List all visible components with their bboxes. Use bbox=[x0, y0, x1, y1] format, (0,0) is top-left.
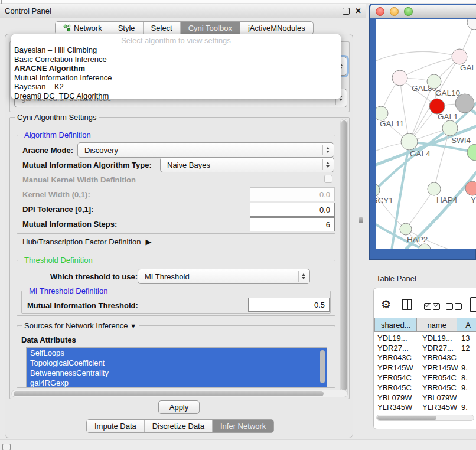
kernel-width-label: Kernel Width (0,1): bbox=[22, 190, 90, 199]
network-edge[interactable] bbox=[376, 51, 459, 64]
data-attributes-list[interactable]: SelfLoops TopologicalCoefficient Between… bbox=[26, 347, 327, 387]
settings-horizontal-scrollbar[interactable] bbox=[11, 390, 348, 397]
combo-stepper-icon[interactable] bbox=[322, 159, 332, 170]
attributes-list-scrollbar-thumb[interactable] bbox=[320, 350, 325, 383]
network-node[interactable] bbox=[376, 106, 388, 120]
popup-item[interactable]: Basic Correlation Inference bbox=[11, 55, 341, 64]
aracne-mode-combobox[interactable]: Discovery bbox=[77, 142, 334, 158]
network-edge[interactable] bbox=[406, 189, 434, 229]
tab-style[interactable]: Style bbox=[110, 22, 144, 34]
table-settings-gear-icon[interactable]: ⚙ bbox=[381, 298, 391, 311]
column-header-shared-name[interactable]: shared... bbox=[374, 318, 416, 332]
mi-threshold-field[interactable]: 0.5 bbox=[248, 298, 330, 312]
tab-cyni-toolbox[interactable]: Cyni Toolbox bbox=[181, 22, 240, 34]
tab-network[interactable]: Network bbox=[56, 22, 110, 34]
tab-impute-data[interactable]: Impute Data bbox=[87, 420, 145, 432]
tab-jactivemnodules[interactable]: jActiveMNodules bbox=[240, 22, 313, 34]
apply-button-label: Apply bbox=[169, 403, 189, 412]
tab-discretize-data[interactable]: Discretize Data bbox=[145, 420, 213, 432]
close-window-icon[interactable] bbox=[376, 7, 384, 16]
dpi-tolerance-field[interactable]: 0.0 bbox=[250, 203, 335, 217]
network-node-label: GAL bbox=[460, 63, 476, 72]
hub-definition-label: Hub/Transcription Factor Definition bbox=[22, 237, 141, 246]
network-node[interactable] bbox=[452, 49, 467, 64]
table-body[interactable]: YDL19...YDL19...13 YDR27...YDR27...12 YB… bbox=[374, 333, 476, 413]
network-node[interactable] bbox=[455, 94, 474, 113]
float-window-icon[interactable] bbox=[343, 8, 350, 15]
sources-title: Sources for Network Inference bbox=[24, 321, 128, 330]
control-panel-title: Control Panel bbox=[5, 6, 51, 15]
network-node[interactable] bbox=[401, 133, 418, 150]
table-row[interactable]: YIL052CYIL052C9 bbox=[374, 412, 476, 413]
export-table-icon[interactable] bbox=[470, 297, 476, 312]
attribute-item[interactable]: TopologicalCoefficient bbox=[27, 358, 327, 368]
popup-item[interactable]: Mutual Information Inference bbox=[11, 73, 341, 83]
table-row[interactable]: YBR045CYBR045C9. bbox=[374, 383, 476, 393]
popup-item[interactable]: Dream8 DC_TDC Algorithm bbox=[11, 92, 341, 101]
select-all-columns-icon[interactable] bbox=[424, 303, 440, 310]
table-row[interactable]: YER054CYER054C8. bbox=[374, 373, 476, 383]
table-row[interactable]: YBL079WYBL079W bbox=[374, 393, 476, 403]
network-node[interactable] bbox=[467, 144, 476, 161]
network-window-titlebar[interactable] bbox=[370, 5, 476, 18]
splitpane-grip-icon[interactable] bbox=[359, 217, 363, 223]
network-node[interactable] bbox=[392, 70, 407, 86]
network-edge[interactable] bbox=[400, 57, 459, 78]
table-row[interactable]: YDL19...YDL19...13 bbox=[374, 333, 476, 343]
apply-button[interactable]: Apply bbox=[158, 400, 200, 414]
settings-vertical-scrollbar-thumb[interactable] bbox=[341, 120, 347, 391]
network-node[interactable] bbox=[442, 120, 458, 136]
manual-kernel-width-checkbox[interactable] bbox=[324, 175, 332, 183]
tab-select[interactable]: Select bbox=[144, 22, 181, 34]
table-row[interactable]: YPR145WYPR145W9. bbox=[374, 363, 476, 373]
network-node[interactable] bbox=[419, 244, 431, 249]
table-row[interactable]: YDR27...YDR27...12 bbox=[374, 343, 476, 353]
minimize-window-icon[interactable] bbox=[390, 7, 399, 16]
attribute-item[interactable]: SelfLoops bbox=[27, 348, 327, 358]
combo-stepper-icon[interactable] bbox=[298, 271, 308, 282]
popup-item-selected[interactable]: ARACNE Algorithm bbox=[11, 64, 341, 73]
mi-steps-field[interactable]: 6 bbox=[250, 217, 335, 231]
settings-vertical-scrollbar[interactable] bbox=[340, 119, 348, 397]
column-header-name[interactable]: name bbox=[416, 318, 457, 332]
network-node[interactable] bbox=[428, 182, 441, 195]
column-browser-icon[interactable] bbox=[402, 299, 412, 310]
which-threshold-value: MI Threshold bbox=[145, 272, 190, 281]
popup-item[interactable]: Bayesian – Hill Climbing bbox=[11, 45, 341, 55]
settings-horizontal-scrollbar-thumb[interactable] bbox=[14, 391, 324, 396]
network-node-label: GAL1 bbox=[438, 112, 458, 121]
network-node[interactable] bbox=[400, 223, 412, 235]
popup-placeholder: Select algorithm to view settings bbox=[11, 35, 341, 45]
tab-infer-network[interactable]: Infer Network bbox=[213, 420, 273, 432]
table-row[interactable]: YBR043CYBR043C bbox=[374, 353, 476, 363]
deselect-all-columns-icon[interactable] bbox=[446, 303, 462, 310]
network-node-label: Y bbox=[471, 195, 476, 204]
which-threshold-combobox[interactable]: MI Threshold bbox=[138, 269, 310, 284]
attribute-item[interactable]: BetweennessCentrality bbox=[27, 368, 327, 378]
table-row[interactable]: YLR345WYLR345W9. bbox=[374, 403, 476, 413]
kernel-width-field[interactable]: 0.0 bbox=[250, 187, 335, 201]
network-node-label: GAL4 bbox=[410, 149, 431, 158]
minimized-panel-icon[interactable] bbox=[2, 444, 11, 450]
table-horizontal-scrollbar-thumb[interactable] bbox=[377, 416, 436, 420]
collapse-arrow-icon[interactable]: ▼ bbox=[130, 322, 136, 330]
cyni-settings-title: Cyni Algorithm Settings bbox=[15, 113, 99, 122]
aracne-mode-label: Aracne Mode: bbox=[22, 146, 73, 155]
network-node[interactable] bbox=[467, 19, 476, 30]
popup-item[interactable]: Bayesian – K2 bbox=[11, 82, 341, 92]
cyni-bottom-tabstrip: Impute Data Discretize Data Infer Networ… bbox=[86, 419, 274, 433]
mi-algorithm-type-combobox[interactable]: Naive Bayes bbox=[160, 157, 334, 172]
column-header-partial[interactable]: A bbox=[457, 318, 476, 332]
network-canvas[interactable]: GALGAL80GAL10GAL1GAL11SWI4GAL4GCY1HAP4YH… bbox=[376, 19, 476, 249]
close-panel-icon[interactable]: ✕ bbox=[355, 8, 361, 14]
expander-arrow-icon[interactable]: ▶ bbox=[145, 237, 151, 246]
network-tab-icon bbox=[63, 24, 71, 32]
network-node-label: HAP2 bbox=[407, 235, 428, 244]
hub-definition-expander[interactable]: Hub/Transcription Factor Definition ▶ bbox=[22, 237, 151, 246]
zoom-window-icon[interactable] bbox=[404, 7, 413, 16]
network-node[interactable] bbox=[427, 74, 441, 89]
attribute-item[interactable]: gal4RGexp bbox=[27, 378, 327, 387]
table-horizontal-scrollbar[interactable] bbox=[376, 415, 474, 421]
network-edge[interactable] bbox=[400, 78, 409, 142]
combo-stepper-icon[interactable] bbox=[322, 145, 332, 155]
